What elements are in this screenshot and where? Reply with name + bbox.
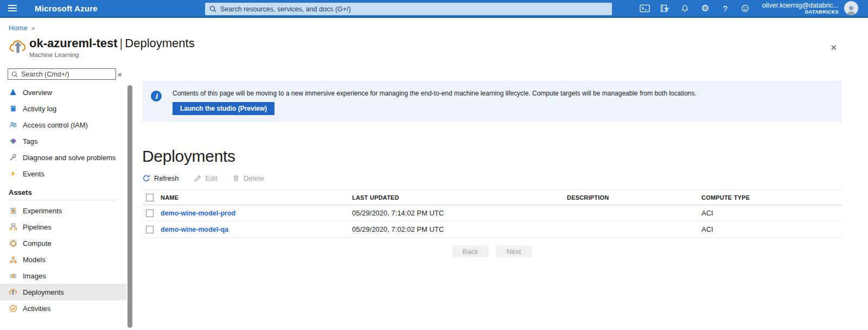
deployments-table: NAME LAST UPDATED DESCRIPTION COMPUTE TY… [142,189,842,238]
edit-label: Edit [206,174,218,182]
title-separator: | [118,36,125,50]
pipelines-icon [9,223,17,231]
row-checkbox[interactable] [146,210,154,217]
collapse-sidebar-icon[interactable]: « [117,70,122,79]
sidebar-item-overview[interactable]: Overview [0,84,126,100]
chevron-right-icon: > [31,25,35,31]
account-tenant: DATABRICKS [762,9,839,15]
notifications-bell-icon[interactable] [677,1,693,15]
refresh-button[interactable]: Refresh [142,174,179,182]
sidebar-item-tags[interactable]: Tags [0,133,126,149]
overview-icon [9,88,17,97]
sidebar-item-label: Pipelines [23,223,52,231]
compute-type-cell: ACI [701,209,842,217]
launch-studio-button[interactable]: Launch the studio (Preview) [173,102,275,115]
activities-check-icon [9,304,17,313]
sidebar-item-experiments[interactable]: Experiments [0,202,126,219]
sidebar-item-images[interactable]: Images [0,268,126,284]
sidebar-item-label: Events [23,170,44,178]
search-icon [11,71,18,78]
breadcrumb: Home > [0,18,868,32]
sidebar-item-label: Models [23,256,46,264]
sidebar-item-activity-log[interactable]: Activity log [0,100,126,117]
sidebar-item-events[interactable]: Events [0,166,126,182]
column-header-compute-type[interactable]: COMPUTE TYPE [701,194,842,201]
refresh-icon [142,174,150,182]
column-header-description[interactable]: DESCRIPTION [567,194,701,201]
azure-top-bar: Microsoft Azure ⚙ ? oliver.koernig@datab… [0,0,868,18]
sidebar-item-diagnose[interactable]: Diagnose and solve problems [0,149,126,166]
next-button[interactable]: Next [496,245,532,257]
divider [9,200,117,200]
sidebar-search-box[interactable] [8,68,116,80]
delete-trash-icon [232,174,240,182]
table-toolbar: Refresh Edit Delete [142,174,842,182]
page-header: ok-azureml-test|Deployments Machine Lear… [0,32,868,66]
deployment-link[interactable]: demo-wine-model-qa [161,226,228,233]
column-header-last-updated[interactable]: LAST UPDATED [352,194,567,201]
row-checkbox[interactable] [146,226,154,233]
avatar[interactable] [844,1,858,15]
sidebar-item-label: Experiments [23,207,62,215]
delete-button[interactable]: Delete [232,174,264,182]
resource-type-subtitle: Machine Learning [29,52,195,58]
compute-chip-icon [9,239,17,248]
global-search-bar[interactable] [205,3,612,15]
account-info[interactable]: oliver.koernig@databric... DATABRICKS [762,2,839,15]
wrench-icon [9,153,17,162]
help-icon[interactable]: ? [717,1,733,15]
deployment-link[interactable]: demo-wine-model-prod [161,210,235,217]
deployments-heading: Deployments [142,147,842,166]
settings-gear-icon[interactable]: ⚙ [697,1,713,15]
deployments-cloud-icon [9,288,17,296]
tags-icon [9,137,17,145]
feedback-smiley-icon[interactable] [737,1,754,15]
activity-log-icon [9,104,17,113]
brand-title: Microsoft Azure [35,4,98,13]
table-header-row: NAME LAST UPDATED DESCRIPTION COMPUTE TY… [142,189,842,205]
close-icon[interactable]: ✕ [830,43,837,53]
sidebar-item-activities[interactable]: Activities [0,300,126,316]
compute-type-cell: ACI [701,225,842,233]
sidebar-item-compute[interactable]: Compute [0,235,126,251]
info-banner: i Contents of this page will be moving t… [142,81,842,122]
search-icon [209,5,216,12]
select-all-checkbox[interactable] [146,194,154,201]
last-updated-cell: 05/29/2020, 7:14:02 PM UTC [352,209,567,217]
sidebar-item-access-control-iam[interactable]: Access control (IAM) [0,117,126,133]
directory-filter-icon[interactable] [657,1,673,15]
sidebar-search-input[interactable] [21,71,112,78]
table-row: demo-wine-model-prod 05/29/2020, 7:14:02… [142,205,842,221]
sidebar-item-pipelines[interactable]: Pipelines [0,219,126,235]
sidebar-item-label: Activity log [23,105,56,113]
sidebar-section-assets: Assets [0,182,126,200]
workspace-name: ok-azureml-test [29,36,118,50]
table-row: demo-wine-model-qa 05/29/2020, 7:02:02 P… [142,221,842,238]
edit-button[interactable]: Edit [194,174,218,182]
back-button[interactable]: Back [452,245,489,257]
column-header-name[interactable]: NAME [161,194,352,201]
models-icon [9,255,17,264]
breadcrumb-home-link[interactable]: Home [9,24,28,32]
access-control-icon [9,120,17,129]
sidebar-item-label: Compute [23,239,52,248]
main-content: i Contents of this page will be moving t… [134,66,868,328]
delete-label: Delete [244,174,264,182]
experiments-atom-icon [9,206,17,215]
pagination: Back Next [142,245,842,257]
global-search-input[interactable] [220,5,608,13]
info-icon: i [151,91,162,101]
sidebar-item-label: Images [23,272,46,280]
cloud-shell-icon[interactable] [637,1,653,15]
refresh-label: Refresh [154,174,179,182]
lightning-bolt-icon [9,169,17,178]
sidebar-scrollbar[interactable] [127,85,132,328]
sidebar-item-deployments[interactable]: Deployments [0,284,126,300]
page-title: ok-azureml-test|Deployments [29,36,195,50]
hamburger-menu-icon[interactable] [0,0,25,17]
account-email: oliver.koernig@databric... [762,2,839,9]
machine-learning-icon [9,36,29,66]
sidebar-item-models[interactable]: Models [0,251,126,268]
images-icon [9,271,17,280]
sidebar-scrollbar-track [126,66,134,328]
